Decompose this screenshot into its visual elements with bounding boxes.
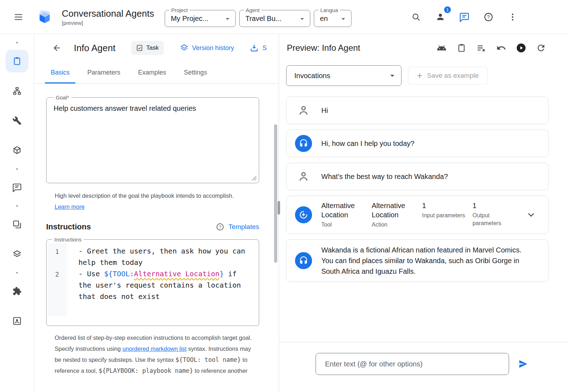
resize-handle-icon[interactable] bbox=[252, 176, 257, 181]
search-button[interactable] bbox=[408, 9, 425, 26]
help-circle-icon[interactable]: ? bbox=[216, 223, 224, 231]
sidebar-item-extensions[interactable] bbox=[6, 280, 28, 303]
goal-helper-text: High level description of the goal the p… bbox=[46, 190, 238, 212]
left-nav-rail bbox=[0, 34, 34, 392]
goal-field-label: Goal* bbox=[54, 94, 71, 100]
goal-field[interactable]: Goal* Help customers answer travel relat… bbox=[46, 94, 259, 183]
learn-more-link[interactable]: Learn more bbox=[55, 203, 84, 210]
more-options-button[interactable] bbox=[504, 9, 521, 26]
save-as-example-button[interactable]: + Save as example bbox=[408, 67, 488, 85]
invocations-select-value: Invocations bbox=[294, 72, 330, 80]
undo-icon bbox=[496, 43, 506, 53]
tab-basics[interactable]: Basics bbox=[42, 62, 78, 83]
chevron-down-icon bbox=[526, 209, 536, 220]
chat-input[interactable] bbox=[316, 353, 509, 375]
agent-selector-value: Travel Bu... bbox=[245, 15, 282, 23]
panel-resize-handle[interactable] bbox=[278, 201, 280, 214]
save-button-label: S bbox=[262, 44, 267, 52]
clear-list-icon bbox=[476, 43, 486, 53]
agent-message: Hi, how can I help you today? bbox=[286, 130, 548, 157]
save-button[interactable]: S bbox=[250, 43, 267, 53]
tab-examples[interactable]: Examples bbox=[129, 62, 175, 83]
user-message: Hi bbox=[286, 97, 548, 124]
preview-toolbar: Invocations + Save as example bbox=[279, 62, 568, 92]
more-vert-icon bbox=[508, 12, 517, 22]
account-button[interactable]: 1 bbox=[432, 9, 449, 26]
app-title: Conversational Agents bbox=[62, 8, 154, 19]
invocations-select[interactable]: Invocations bbox=[286, 65, 402, 86]
menu-button[interactable] bbox=[10, 9, 27, 26]
chevron-down-icon bbox=[298, 15, 306, 23]
rail-separator-dot bbox=[16, 272, 18, 273]
tab-parameters[interactable]: Parameters bbox=[78, 62, 129, 83]
help-button[interactable]: ? bbox=[480, 9, 497, 26]
sidebar-item-tools[interactable] bbox=[6, 109, 28, 132]
save-as-example-label: Save as example bbox=[427, 72, 479, 80]
back-button[interactable] bbox=[48, 39, 65, 56]
version-history-button[interactable]: Version history bbox=[180, 44, 234, 52]
markdown-list-link[interactable]: unordered markdown list bbox=[122, 345, 187, 352]
agent-selector[interactable]: Agent Travel Bu... bbox=[239, 7, 310, 27]
line-number: 1 bbox=[47, 245, 67, 268]
sidebar-item-pages[interactable] bbox=[6, 213, 28, 236]
restart-button[interactable] bbox=[534, 41, 548, 55]
sidebar-item-conversations[interactable] bbox=[6, 176, 28, 199]
send-button[interactable] bbox=[515, 355, 532, 372]
clear-conversation-button[interactable] bbox=[474, 41, 488, 55]
play-circle-icon bbox=[516, 43, 526, 53]
package-icon bbox=[12, 146, 22, 155]
person-icon bbox=[297, 170, 310, 183]
agent-avatar bbox=[295, 135, 312, 152]
app-title-block: Conversational Agents [preview] bbox=[62, 8, 154, 26]
line-number: 2 bbox=[47, 268, 67, 302]
run-button[interactable] bbox=[514, 41, 528, 55]
instructions-header: Instructions ? Templates bbox=[46, 222, 259, 232]
user-message: What's the best way to reach Wakanda? bbox=[286, 163, 548, 190]
goal-textarea[interactable]: Help customers answer travel related que… bbox=[54, 103, 253, 113]
sitemap-icon bbox=[12, 86, 22, 96]
preview-header: Preview: Info Agent bbox=[279, 34, 568, 62]
debug-button[interactable] bbox=[435, 41, 449, 55]
rail-separator-dot bbox=[16, 42, 18, 43]
tool-action-column: Alternative Location Action bbox=[372, 201, 416, 229]
version-history-icon bbox=[180, 44, 189, 52]
project-selector-label: Project bbox=[169, 7, 190, 13]
chat-bubble-icon bbox=[12, 183, 22, 192]
task-doc-icon bbox=[136, 44, 143, 51]
scrollbar-thumb[interactable] bbox=[274, 124, 277, 263]
person-icon bbox=[297, 104, 310, 117]
plus-icon: + bbox=[417, 71, 422, 81]
headset-icon bbox=[299, 139, 308, 148]
expand-tool-details-button[interactable] bbox=[526, 207, 536, 223]
instructions-code-editor[interactable]: 1 - Greet the users, then ask how you ca… bbox=[47, 243, 258, 316]
project-selector[interactable]: Project My Projec... bbox=[165, 7, 236, 27]
sidebar-item-flows[interactable] bbox=[6, 80, 28, 102]
contact-card-icon bbox=[12, 316, 22, 326]
topbar-actions: 1 ? bbox=[408, 9, 521, 26]
sidebar-item-integrations[interactable] bbox=[6, 139, 28, 162]
chat-icon bbox=[459, 12, 469, 22]
code-line: 2 - Use ${TOOL:Alternative Location} if … bbox=[47, 268, 258, 302]
goal-helper-segment: High level description of the goal the p… bbox=[55, 192, 234, 199]
task-badge-label: Task bbox=[146, 44, 159, 51]
version-history-label: Version history bbox=[192, 44, 234, 52]
sidebar-item-contacts[interactable] bbox=[6, 310, 28, 332]
app-logo-icon bbox=[36, 8, 54, 26]
rail-separator-dot bbox=[16, 168, 18, 170]
help-icon: ? bbox=[484, 12, 493, 22]
language-selector[interactable]: Langua en bbox=[314, 7, 351, 27]
instructions-field[interactable]: Instructions 1 - Greet the users, then a… bbox=[46, 236, 259, 326]
sidebar-item-playbooks[interactable] bbox=[6, 50, 28, 72]
headset-icon bbox=[299, 256, 308, 265]
android-icon bbox=[437, 43, 447, 53]
editor-tabs: Basics Parameters Examples Settings bbox=[34, 62, 279, 84]
templates-link[interactable]: Templates bbox=[228, 223, 259, 231]
sidebar-item-versions[interactable] bbox=[6, 243, 28, 266]
chat-button[interactable] bbox=[456, 9, 473, 26]
tab-settings[interactable]: Settings bbox=[175, 62, 216, 83]
chevron-down-icon bbox=[223, 15, 232, 23]
copy-conversation-button[interactable] bbox=[454, 41, 469, 55]
preview-panel: Preview: Info Agent bbox=[279, 34, 568, 392]
message-text: Hi bbox=[321, 105, 328, 116]
undo-button[interactable] bbox=[494, 41, 508, 55]
